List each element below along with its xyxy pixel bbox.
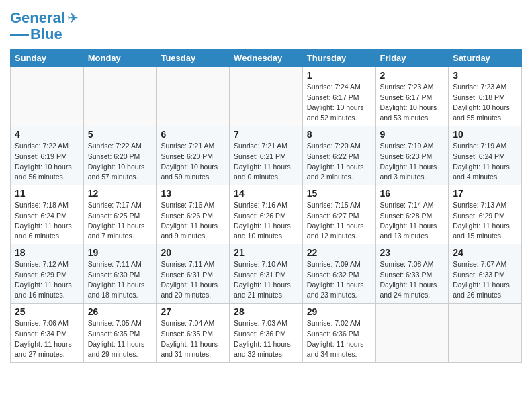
column-header-friday: Friday — [375, 50, 449, 67]
calendar-cell: 15Sunrise: 7:15 AM Sunset: 6:27 PM Dayli… — [302, 185, 375, 244]
day-info: Sunrise: 7:22 AM Sunset: 6:19 PM Dayligh… — [15, 141, 79, 182]
calendar-cell: 21Sunrise: 7:10 AM Sunset: 6:31 PM Dayli… — [230, 244, 303, 304]
page-header: General ✈ Blue — [10, 10, 522, 42]
calendar-cell: 14Sunrise: 7:16 AM Sunset: 6:26 PM Dayli… — [230, 185, 303, 244]
column-header-thursday: Thursday — [302, 50, 375, 67]
day-number: 27 — [161, 306, 225, 317]
day-number: 3 — [453, 70, 517, 81]
day-number: 6 — [161, 129, 225, 140]
day-info: Sunrise: 7:23 AM Sunset: 6:18 PM Dayligh… — [453, 82, 517, 123]
calendar-cell: 13Sunrise: 7:16 AM Sunset: 6:26 PM Dayli… — [157, 185, 230, 244]
day-info: Sunrise: 7:14 AM Sunset: 6:28 PM Dayligh… — [380, 200, 445, 241]
calendar-cell: 2Sunrise: 7:23 AM Sunset: 6:17 PM Daylig… — [375, 67, 449, 126]
day-info: Sunrise: 7:07 AM Sunset: 6:33 PM Dayligh… — [453, 259, 517, 300]
logo-blue-text: Blue — [30, 26, 62, 42]
day-info: Sunrise: 7:13 AM Sunset: 6:29 PM Dayligh… — [453, 200, 517, 241]
day-info: Sunrise: 7:16 AM Sunset: 6:26 PM Dayligh… — [234, 200, 298, 241]
day-number: 10 — [453, 129, 517, 140]
logo-text: General — [10, 10, 65, 26]
day-number: 16 — [380, 188, 445, 199]
calendar-cell: 24Sunrise: 7:07 AM Sunset: 6:33 PM Dayli… — [449, 244, 522, 304]
day-number: 15 — [307, 188, 371, 199]
day-info: Sunrise: 7:21 AM Sunset: 6:21 PM Dayligh… — [234, 141, 298, 182]
calendar-cell: 16Sunrise: 7:14 AM Sunset: 6:28 PM Dayli… — [375, 185, 449, 244]
day-number: 21 — [234, 247, 298, 258]
day-info: Sunrise: 7:02 AM Sunset: 6:36 PM Dayligh… — [307, 318, 371, 359]
calendar-cell — [230, 67, 303, 126]
calendar-cell — [157, 67, 230, 126]
day-number: 9 — [380, 129, 445, 140]
logo: General ✈ Blue — [10, 10, 79, 42]
day-info: Sunrise: 7:16 AM Sunset: 6:26 PM Dayligh… — [161, 200, 225, 241]
calendar-cell: 22Sunrise: 7:09 AM Sunset: 6:32 PM Dayli… — [302, 244, 375, 304]
day-info: Sunrise: 7:04 AM Sunset: 6:35 PM Dayligh… — [161, 318, 225, 359]
calendar-cell: 10Sunrise: 7:19 AM Sunset: 6:24 PM Dayli… — [449, 126, 522, 185]
calendar-cell: 9Sunrise: 7:19 AM Sunset: 6:23 PM Daylig… — [375, 126, 449, 185]
calendar-cell: 7Sunrise: 7:21 AM Sunset: 6:21 PM Daylig… — [230, 126, 303, 185]
day-number: 8 — [307, 129, 371, 140]
day-info: Sunrise: 7:21 AM Sunset: 6:20 PM Dayligh… — [161, 141, 225, 182]
day-info: Sunrise: 7:05 AM Sunset: 6:35 PM Dayligh… — [88, 318, 152, 359]
column-header-wednesday: Wednesday — [230, 50, 303, 67]
day-info: Sunrise: 7:18 AM Sunset: 6:24 PM Dayligh… — [15, 200, 79, 241]
day-number: 18 — [15, 247, 79, 258]
calendar-cell: 20Sunrise: 7:11 AM Sunset: 6:31 PM Dayli… — [157, 244, 230, 304]
calendar-cell: 25Sunrise: 7:06 AM Sunset: 6:34 PM Dayli… — [11, 304, 84, 363]
week-row-4: 18Sunrise: 7:12 AM Sunset: 6:29 PM Dayli… — [11, 244, 522, 304]
day-info: Sunrise: 7:12 AM Sunset: 6:29 PM Dayligh… — [15, 259, 79, 300]
calendar-cell: 8Sunrise: 7:20 AM Sunset: 6:22 PM Daylig… — [302, 126, 375, 185]
column-header-sunday: Sunday — [11, 50, 84, 67]
calendar-cell: 28Sunrise: 7:03 AM Sunset: 6:36 PM Dayli… — [230, 304, 303, 363]
day-number: 29 — [307, 306, 371, 317]
calendar-cell: 6Sunrise: 7:21 AM Sunset: 6:20 PM Daylig… — [157, 126, 230, 185]
day-number: 11 — [15, 188, 79, 199]
day-number: 13 — [161, 188, 225, 199]
day-info: Sunrise: 7:19 AM Sunset: 6:24 PM Dayligh… — [453, 141, 517, 182]
week-row-5: 25Sunrise: 7:06 AM Sunset: 6:34 PM Dayli… — [11, 304, 522, 363]
day-number: 14 — [234, 188, 298, 199]
day-number: 28 — [234, 306, 298, 317]
day-number: 1 — [307, 70, 371, 81]
column-header-tuesday: Tuesday — [157, 50, 230, 67]
calendar-cell — [11, 67, 84, 126]
calendar-cell: 11Sunrise: 7:18 AM Sunset: 6:24 PM Dayli… — [11, 185, 84, 244]
day-info: Sunrise: 7:19 AM Sunset: 6:23 PM Dayligh… — [380, 141, 445, 182]
day-number: 4 — [15, 129, 79, 140]
calendar-cell: 23Sunrise: 7:08 AM Sunset: 6:33 PM Dayli… — [375, 244, 449, 304]
calendar-cell: 26Sunrise: 7:05 AM Sunset: 6:35 PM Dayli… — [83, 304, 157, 363]
calendar-cell: 12Sunrise: 7:17 AM Sunset: 6:25 PM Dayli… — [83, 185, 157, 244]
day-number: 26 — [88, 306, 152, 317]
calendar-cell: 19Sunrise: 7:11 AM Sunset: 6:30 PM Dayli… — [83, 244, 157, 304]
logo-bird-icon: ✈ — [67, 10, 79, 26]
calendar-cell: 17Sunrise: 7:13 AM Sunset: 6:29 PM Dayli… — [449, 185, 522, 244]
day-number: 5 — [88, 129, 152, 140]
day-number: 7 — [234, 129, 298, 140]
week-row-2: 4Sunrise: 7:22 AM Sunset: 6:19 PM Daylig… — [11, 126, 522, 185]
day-number: 19 — [88, 247, 152, 258]
day-number: 2 — [380, 70, 445, 81]
day-info: Sunrise: 7:03 AM Sunset: 6:36 PM Dayligh… — [234, 318, 298, 359]
day-info: Sunrise: 7:06 AM Sunset: 6:34 PM Dayligh… — [15, 318, 79, 359]
day-number: 23 — [380, 247, 445, 258]
day-info: Sunrise: 7:08 AM Sunset: 6:33 PM Dayligh… — [380, 259, 445, 300]
day-number: 20 — [161, 247, 225, 258]
day-info: Sunrise: 7:23 AM Sunset: 6:17 PM Dayligh… — [380, 82, 445, 123]
column-header-saturday: Saturday — [449, 50, 522, 67]
header-row: SundayMondayTuesdayWednesdayThursdayFrid… — [11, 50, 522, 67]
day-info: Sunrise: 7:17 AM Sunset: 6:25 PM Dayligh… — [88, 200, 152, 241]
day-number: 25 — [15, 306, 79, 317]
calendar-cell: 5Sunrise: 7:22 AM Sunset: 6:20 PM Daylig… — [83, 126, 157, 185]
calendar-cell: 27Sunrise: 7:04 AM Sunset: 6:35 PM Dayli… — [157, 304, 230, 363]
calendar-cell: 4Sunrise: 7:22 AM Sunset: 6:19 PM Daylig… — [11, 126, 84, 185]
calendar-cell — [449, 304, 522, 363]
day-info: Sunrise: 7:09 AM Sunset: 6:32 PM Dayligh… — [307, 259, 371, 300]
day-info: Sunrise: 7:22 AM Sunset: 6:20 PM Dayligh… — [88, 141, 152, 182]
day-number: 12 — [88, 188, 152, 199]
day-info: Sunrise: 7:20 AM Sunset: 6:22 PM Dayligh… — [307, 141, 371, 182]
calendar-cell — [375, 304, 449, 363]
day-info: Sunrise: 7:15 AM Sunset: 6:27 PM Dayligh… — [307, 200, 371, 241]
calendar-cell: 1Sunrise: 7:24 AM Sunset: 6:17 PM Daylig… — [302, 67, 375, 126]
calendar-cell: 29Sunrise: 7:02 AM Sunset: 6:36 PM Dayli… — [302, 304, 375, 363]
calendar-cell: 3Sunrise: 7:23 AM Sunset: 6:18 PM Daylig… — [449, 67, 522, 126]
day-info: Sunrise: 7:24 AM Sunset: 6:17 PM Dayligh… — [307, 82, 371, 123]
